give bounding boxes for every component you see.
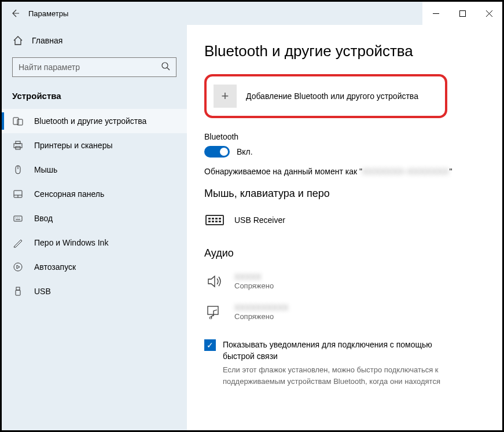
touchpad-icon: [12, 189, 24, 199]
sidebar-item-autoplay[interactable]: Автозапуск: [2, 255, 187, 279]
home-label: Главная: [32, 36, 62, 45]
speaker-icon: [204, 274, 225, 289]
mouse-icon: [12, 164, 24, 175]
sidebar-item-label: Перо и Windows Ink: [34, 238, 108, 247]
svg-rect-4: [13, 118, 19, 125]
audio-heading: Аудио: [204, 247, 485, 259]
maximize-icon: [459, 10, 466, 17]
keyboard-device-icon: [204, 213, 225, 228]
bluetooth-toggle[interactable]: [204, 146, 230, 158]
sidebar-item-touchpad[interactable]: Сенсорная панель: [2, 182, 187, 206]
minimize-icon: [433, 10, 439, 17]
printer-icon: [12, 140, 24, 151]
sidebar-item-mouse[interactable]: Мышь: [2, 158, 187, 182]
keyboard-icon: [12, 213, 24, 224]
search-box[interactable]: [12, 57, 176, 77]
quick-pair-checkbox[interactable]: ✓: [204, 339, 216, 351]
home-icon: [12, 35, 24, 46]
svg-rect-1: [459, 10, 465, 16]
svg-point-15: [15, 217, 16, 218]
window-title: Параметры: [28, 9, 68, 18]
quick-pair-description: Если этот флажок установлен, можно быстр…: [223, 364, 466, 387]
sidebar-item-label: Автозапуск: [34, 262, 76, 272]
bluetooth-toggle-label: Вкл.: [237, 147, 253, 156]
svg-rect-7: [16, 141, 20, 144]
search-input[interactable]: [19, 63, 148, 72]
discoverable-name: XXXXXXX-XXXXXXX: [362, 167, 449, 176]
device-name: XXXXXXXXXX: [234, 303, 288, 312]
sidebar-item-label: Bluetooth и другие устройства: [34, 116, 146, 126]
search-icon: [161, 62, 170, 72]
sidebar-nav: Bluetooth и другие устройства Принтеры и…: [2, 109, 187, 303]
main-content: Bluetooth и другие устройства + Добавлен…: [187, 25, 502, 430]
device-status: Сопряжено: [234, 312, 288, 321]
sidebar-item-label: Сенсорная панель: [34, 189, 104, 199]
autoplay-icon: [12, 262, 24, 272]
device-row[interactable]: XXXXX Сопряжено: [204, 268, 485, 298]
minimize-button[interactable]: [422, 2, 449, 25]
plus-icon: +: [214, 85, 237, 108]
titlebar: Параметры: [2, 2, 502, 25]
svg-line-3: [167, 68, 170, 70]
mouse-kb-heading: Мышь, клавиатура и перо: [204, 188, 485, 200]
svg-rect-21: [16, 290, 20, 295]
sidebar-item-label: USB: [34, 287, 51, 296]
device-status: Сопряжено: [234, 281, 274, 290]
close-icon: [486, 10, 492, 17]
svg-point-19: [14, 263, 22, 271]
discoverable-text: Обнаруживаемое на данный момент как "XXX…: [204, 167, 485, 176]
svg-rect-14: [14, 216, 22, 221]
sidebar-item-label: Принтеры и сканеры: [34, 141, 112, 150]
sidebar: Главная Устройства Bluetooth и другие ус…: [2, 25, 187, 430]
discoverable-prefix: Обнаруживаемое на данный момент как ": [204, 167, 362, 176]
sidebar-item-label: Мышь: [34, 165, 57, 174]
pen-icon: [12, 237, 24, 248]
usb-icon: [12, 286, 24, 296]
quick-pair-label: Показывать уведомления для подключения с…: [223, 339, 454, 362]
sidebar-item-pen[interactable]: Перо и Windows Ink: [2, 230, 187, 255]
device-row[interactable]: XXXXXXXXXX Сопряжено: [204, 298, 485, 329]
discoverable-suffix: ": [449, 167, 452, 176]
device-row[interactable]: USB Receiver: [204, 208, 485, 236]
add-device-button[interactable]: + Добавление Bluetooth или другого устро…: [212, 82, 439, 110]
media-device-icon: [204, 305, 225, 320]
back-button[interactable]: [2, 2, 28, 25]
sidebar-item-usb[interactable]: USB: [2, 279, 187, 303]
sidebar-item-bluetooth[interactable]: Bluetooth и другие устройства: [2, 109, 187, 133]
device-name: USB Receiver: [234, 215, 285, 225]
bluetooth-devices-icon: [12, 116, 24, 126]
arrow-left-icon: [10, 9, 20, 18]
svg-point-2: [162, 63, 168, 68]
maximize-button[interactable]: [449, 2, 476, 25]
sidebar-item-typing[interactable]: Ввод: [2, 206, 187, 230]
sidebar-category: Устройства: [2, 85, 187, 109]
window-controls: [422, 2, 502, 25]
svg-rect-6: [14, 144, 22, 148]
close-button[interactable]: [476, 2, 502, 25]
svg-point-16: [17, 217, 17, 218]
home-link[interactable]: Главная: [2, 30, 187, 52]
sidebar-item-label: Ввод: [34, 214, 53, 223]
page-title: Bluetooth и другие устройства: [204, 42, 485, 60]
sidebar-item-printers[interactable]: Принтеры и сканеры: [2, 133, 187, 158]
svg-rect-20: [16, 287, 20, 290]
svg-point-17: [19, 217, 19, 218]
bluetooth-section-label: Bluetooth: [204, 132, 485, 141]
add-device-label: Добавление Bluetooth или другого устройс…: [246, 91, 418, 101]
device-name: XXXXX: [234, 272, 274, 281]
add-device-highlight: + Добавление Bluetooth или другого устро…: [204, 74, 447, 118]
svg-rect-22: [208, 306, 218, 314]
